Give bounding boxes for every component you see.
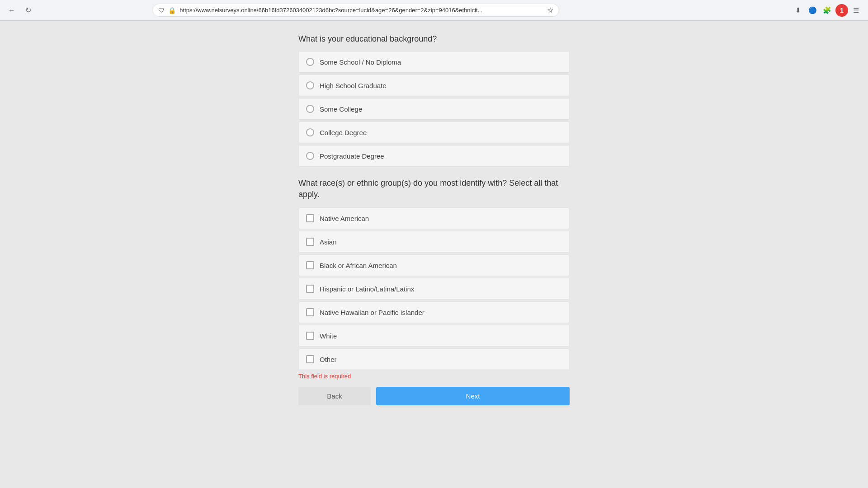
option-high-school-label: High School Graduate xyxy=(320,82,387,89)
radio-high-school[interactable] xyxy=(306,81,314,89)
vpn-button[interactable]: 🔵 xyxy=(807,4,819,17)
option-some-college[interactable]: Some College xyxy=(298,98,570,120)
radio-college-degree[interactable] xyxy=(306,128,314,136)
option-hispanic[interactable]: Hispanic or Latino/Latina/Latinx xyxy=(298,278,570,300)
checkbox-pacific-islander[interactable] xyxy=(306,308,314,316)
option-college-degree[interactable]: College Degree xyxy=(298,122,570,143)
page-content: What is your educational background? Som… xyxy=(0,21,868,487)
option-other-label: Other xyxy=(320,356,337,363)
option-some-college-label: Some College xyxy=(320,105,362,113)
option-hispanic-label: Hispanic or Latino/Latina/Latinx xyxy=(320,285,414,293)
reload-button[interactable]: ↻ xyxy=(22,4,34,17)
option-postgraduate-label: Postgraduate Degree xyxy=(320,152,384,160)
option-postgraduate[interactable]: Postgraduate Degree xyxy=(298,145,570,167)
option-asian-label: Asian xyxy=(320,238,337,246)
survey-container: What is your educational background? Som… xyxy=(298,34,570,473)
option-high-school[interactable]: High School Graduate xyxy=(298,75,570,96)
option-asian[interactable]: Asian xyxy=(298,231,570,253)
option-college-degree-label: College Degree xyxy=(320,129,367,136)
profile-button[interactable]: 1 xyxy=(835,4,848,17)
checkbox-asian[interactable] xyxy=(306,238,314,246)
back-survey-button[interactable]: Back xyxy=(298,387,371,405)
radio-some-school[interactable] xyxy=(306,58,314,66)
option-native-american-label: Native American xyxy=(320,215,369,222)
option-some-school-label: Some School / No Diploma xyxy=(320,58,401,66)
menu-button[interactable]: ☰ xyxy=(850,4,863,17)
download-button[interactable]: ⬇ xyxy=(792,4,805,17)
checkbox-white[interactable] xyxy=(306,332,314,340)
browser-toolbar: ← ↻ 🛡 🔒 https://www.nelsurveys.online/66… xyxy=(0,0,868,20)
education-question-title: What is your educational background? xyxy=(298,34,570,44)
extensions-button[interactable]: 🧩 xyxy=(821,4,834,17)
radio-some-college[interactable] xyxy=(306,105,314,113)
education-section: What is your educational background? Som… xyxy=(298,34,570,167)
option-pacific-islander[interactable]: Native Hawaiian or Pacific Islander xyxy=(298,301,570,323)
option-pacific-islander-label: Native Hawaiian or Pacific Islander xyxy=(320,309,425,316)
ethnicity-question-title: What race(s) or ethnic group(s) do you m… xyxy=(298,178,570,200)
address-bar[interactable]: 🛡 🔒 https://www.nelsurveys.online/66b16f… xyxy=(152,4,559,17)
field-required-message: This field is required xyxy=(298,373,570,380)
option-white-label: White xyxy=(320,332,337,340)
radio-postgraduate[interactable] xyxy=(306,152,314,160)
option-other[interactable]: Other xyxy=(298,348,570,370)
option-some-school[interactable]: Some School / No Diploma xyxy=(298,51,570,73)
next-survey-button[interactable]: Next xyxy=(376,387,570,405)
lock-icon: 🔒 xyxy=(168,7,176,14)
security-icon: 🛡 xyxy=(158,7,165,14)
ethnicity-section: What race(s) or ethnic group(s) do you m… xyxy=(298,178,570,380)
checkbox-hispanic[interactable] xyxy=(306,285,314,293)
checkbox-black[interactable] xyxy=(306,261,314,269)
back-button[interactable]: ← xyxy=(5,4,18,17)
bottom-navigation: Back Next xyxy=(298,387,570,405)
option-native-american[interactable]: Native American xyxy=(298,207,570,229)
star-icon[interactable]: ☆ xyxy=(547,6,553,14)
checkbox-native-american[interactable] xyxy=(306,214,314,222)
option-white[interactable]: White xyxy=(298,325,570,347)
url-text: https://www.nelsurveys.online/66b16fd372… xyxy=(179,7,543,14)
checkbox-other[interactable] xyxy=(306,355,314,363)
browser-chrome: ← ↻ 🛡 🔒 https://www.nelsurveys.online/66… xyxy=(0,0,868,21)
option-black[interactable]: Black or African American xyxy=(298,254,570,276)
option-black-label: Black or African American xyxy=(320,262,397,269)
browser-actions: ⬇ 🔵 🧩 1 ☰ xyxy=(792,4,863,17)
